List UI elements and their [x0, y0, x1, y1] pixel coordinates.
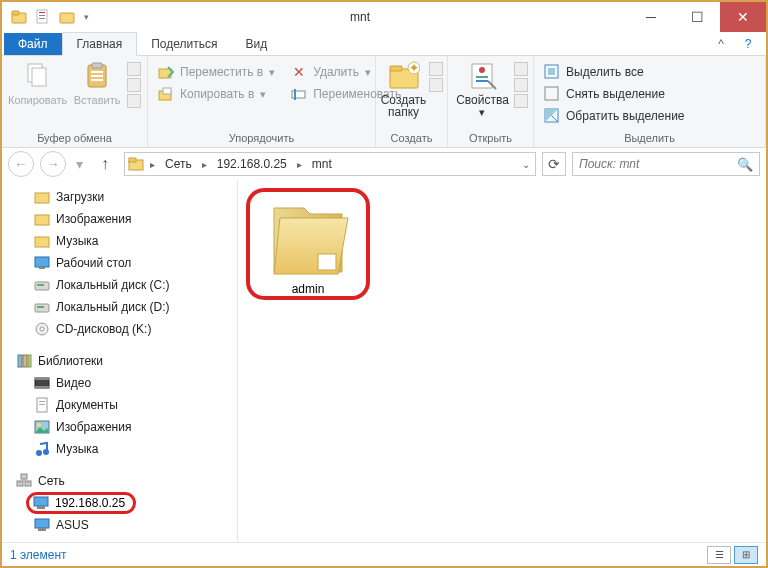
- svg-rect-29: [545, 87, 558, 100]
- svg-rect-3: [39, 12, 45, 13]
- svg-rect-60: [34, 497, 48, 506]
- search-icon[interactable]: 🔍: [737, 157, 753, 172]
- document-icon: [34, 397, 50, 413]
- status-text: 1 элемент: [10, 548, 67, 562]
- svg-point-24: [479, 67, 485, 73]
- select-none-button[interactable]: Снять выделение: [540, 84, 689, 104]
- address-dropdown[interactable]: ⌄: [519, 157, 533, 172]
- folder-icon: [34, 233, 50, 249]
- help-button[interactable]: ?: [730, 33, 766, 55]
- svg-rect-36: [35, 257, 49, 267]
- close-button[interactable]: ✕: [720, 2, 766, 32]
- tab-file[interactable]: Файл: [4, 33, 62, 55]
- view-details-button[interactable]: ☰: [707, 546, 731, 564]
- tree-network[interactable]: Сеть: [12, 470, 237, 492]
- qat-dropdown[interactable]: ▾: [80, 6, 92, 28]
- history-button[interactable]: [514, 94, 528, 108]
- properties-button[interactable]: Свойства▾: [454, 60, 511, 118]
- tree-music[interactable]: Музыка: [12, 230, 237, 252]
- svg-rect-10: [92, 63, 102, 68]
- view-icons-button[interactable]: ⊞: [734, 546, 758, 564]
- computer-icon: [34, 517, 50, 533]
- paste-shortcut-button[interactable]: [127, 94, 141, 108]
- forward-button[interactable]: →: [40, 151, 66, 177]
- chevron-right-icon[interactable]: ▸: [199, 157, 210, 172]
- breadcrumb-network[interactable]: Сеть: [160, 155, 197, 173]
- svg-rect-12: [91, 75, 103, 77]
- copy-path-button[interactable]: [127, 78, 141, 92]
- tree-drive-c[interactable]: Локальный диск (C:): [12, 274, 237, 296]
- cut-button[interactable]: [127, 62, 141, 76]
- new-folder-button[interactable]: ✦ Создатьпапку: [381, 60, 427, 118]
- group-new-label: Создать: [376, 130, 447, 147]
- open-button[interactable]: [514, 62, 528, 76]
- svg-rect-6: [60, 13, 74, 23]
- svg-rect-32: [129, 158, 136, 162]
- new-item-button[interactable]: [429, 62, 443, 76]
- tree-video[interactable]: Видео: [12, 372, 237, 394]
- qat-icon-properties[interactable]: [32, 6, 54, 28]
- desktop-icon: [34, 255, 50, 271]
- qat-icon-folder[interactable]: [8, 6, 30, 28]
- qat-icon-open[interactable]: [56, 6, 78, 28]
- svg-text:✦: ✦: [409, 61, 419, 75]
- easy-access-button[interactable]: [429, 78, 443, 92]
- svg-rect-26: [476, 80, 488, 82]
- back-button[interactable]: ←: [8, 151, 34, 177]
- content-item-highlighted[interactable]: admin: [246, 188, 370, 300]
- history-dropdown[interactable]: ▾: [72, 151, 86, 177]
- svg-rect-11: [91, 71, 103, 73]
- svg-rect-25: [476, 76, 488, 78]
- tree-downloads[interactable]: Загрузки: [12, 186, 237, 208]
- svg-point-56: [43, 449, 49, 455]
- copy-button[interactable]: Копировать: [8, 60, 67, 106]
- tree-drive-d[interactable]: Локальный диск (D:): [12, 296, 237, 318]
- up-button[interactable]: ↑: [92, 151, 118, 177]
- tree-lib-pictures[interactable]: Изображения: [12, 416, 237, 438]
- content-pane[interactable]: admin: [238, 180, 766, 542]
- select-all-button[interactable]: Выделить все: [540, 62, 689, 82]
- search-input[interactable]: [579, 157, 733, 171]
- search-box[interactable]: 🔍: [572, 152, 760, 176]
- address-bar[interactable]: ▸ Сеть ▸ 192.168.0.25 ▸ mnt ⌄: [124, 152, 536, 176]
- tree-libraries[interactable]: Библиотеки: [12, 350, 237, 372]
- group-select-label: Выделить: [534, 130, 765, 147]
- drive-icon: [34, 277, 50, 293]
- navigation-pane[interactable]: Загрузки Изображения Музыка Рабочий стол…: [2, 180, 238, 542]
- tree-host-highlighted[interactable]: 192.168.0.25: [26, 492, 136, 514]
- ribbon-collapse-button[interactable]: ^: [712, 33, 730, 55]
- address-row: ← → ▾ ↑ ▸ Сеть ▸ 192.168.0.25 ▸ mnt ⌄ ⟳ …: [2, 148, 766, 180]
- breadcrumb-folder[interactable]: mnt: [307, 155, 337, 173]
- refresh-button[interactable]: ⟳: [542, 152, 566, 176]
- tree-drive-k[interactable]: CD-дисковод (K:): [12, 318, 237, 340]
- svg-rect-41: [37, 306, 44, 308]
- group-open-label: Открыть: [448, 130, 533, 147]
- minimize-button[interactable]: ─: [628, 2, 674, 32]
- maximize-button[interactable]: ☐: [674, 2, 720, 32]
- tab-home[interactable]: Главная: [62, 32, 138, 56]
- content-item-label: admin: [292, 282, 325, 296]
- svg-rect-62: [35, 519, 49, 528]
- tree-lib-music[interactable]: Музыка: [12, 438, 237, 460]
- tree-host-asus[interactable]: ASUS: [12, 514, 237, 536]
- tree-desktop[interactable]: Рабочий стол: [12, 252, 237, 274]
- svg-rect-61: [37, 506, 45, 509]
- folder-icon: [34, 189, 50, 205]
- chevron-right-icon[interactable]: ▸: [294, 157, 305, 172]
- svg-rect-28: [548, 68, 555, 75]
- edit-button[interactable]: [514, 78, 528, 92]
- tree-pictures[interactable]: Изображения: [12, 208, 237, 230]
- chevron-right-icon[interactable]: ▸: [147, 157, 158, 172]
- svg-rect-20: [390, 66, 402, 71]
- svg-rect-48: [35, 378, 49, 380]
- invert-selection-button[interactable]: Обратить выделение: [540, 106, 689, 126]
- paste-button[interactable]: Вставить: [71, 60, 123, 106]
- tree-documents[interactable]: Документы: [12, 394, 237, 416]
- breadcrumb-host[interactable]: 192.168.0.25: [212, 155, 292, 173]
- svg-rect-45: [23, 355, 27, 367]
- tab-view[interactable]: Вид: [231, 33, 281, 55]
- tab-share[interactable]: Поделиться: [137, 33, 231, 55]
- svg-rect-37: [39, 267, 45, 269]
- move-to-button[interactable]: Переместить в ▾: [154, 62, 279, 82]
- copy-to-button[interactable]: Копировать в ▾: [154, 84, 279, 104]
